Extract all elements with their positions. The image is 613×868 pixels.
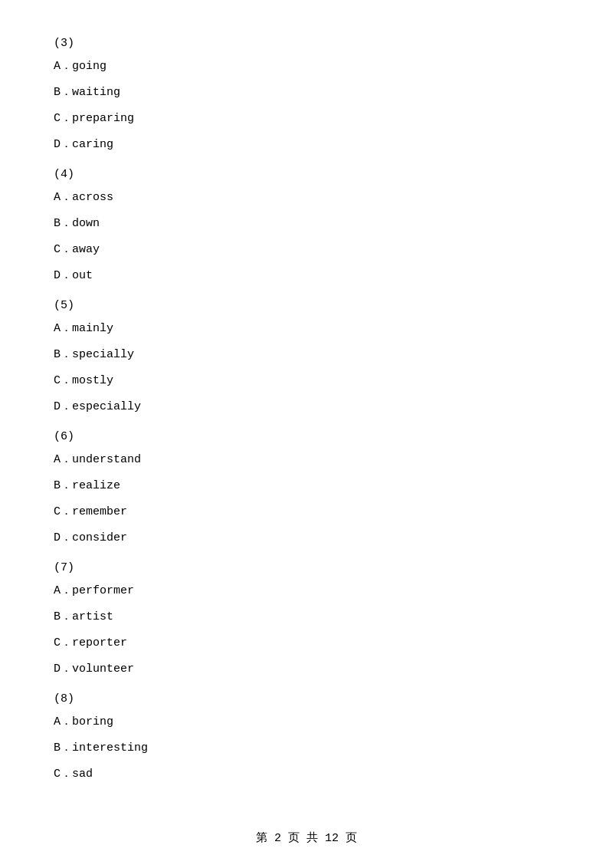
question-2-option-4: D．out [54, 267, 559, 285]
question-3-option-2: B．specially [54, 346, 559, 364]
question-4-option-1: A．understand [54, 451, 559, 469]
question-5-option-3: C．reporter [54, 634, 559, 653]
question-number-6: (8) [54, 692, 559, 705]
footer-text: 第 2 页 共 12 页 [256, 832, 357, 845]
question-4-option-2: B．realize [54, 477, 559, 495]
question-1-option-1: A．going [54, 58, 559, 76]
question-6-option-2: B．interesting [54, 739, 559, 758]
question-6-option-3: C．sad [54, 765, 559, 784]
page-footer: 第 2 页 共 12 页 [0, 830, 613, 845]
question-4-option-4: D．consider [54, 529, 559, 547]
question-2-option-3: C．away [54, 241, 559, 259]
question-number-3: (5) [54, 299, 559, 312]
question-4-option-3: C．remember [54, 503, 559, 521]
question-2-option-1: A．across [54, 189, 559, 207]
question-number-1: (3) [54, 37, 559, 50]
question-1-option-2: B．waiting [54, 84, 559, 102]
question-5-option-2: B．artist [54, 608, 559, 626]
question-number-5: (7) [54, 561, 559, 574]
page-content: (3)A．goingB．waitingC．preparingD．caring(4… [0, 0, 613, 837]
question-1-option-4: D．caring [54, 136, 559, 154]
question-6-option-1: A．boring [54, 713, 559, 732]
question-2-option-2: B．down [54, 215, 559, 233]
question-3-option-4: D．especially [54, 398, 559, 416]
question-3-option-3: C．mostly [54, 372, 559, 390]
question-number-2: (4) [54, 168, 559, 181]
question-5-option-4: D．volunteer [54, 660, 559, 679]
question-3-option-1: A．mainly [54, 320, 559, 338]
question-5-option-1: A．performer [54, 582, 559, 600]
question-number-4: (6) [54, 430, 559, 443]
question-1-option-3: C．preparing [54, 110, 559, 128]
